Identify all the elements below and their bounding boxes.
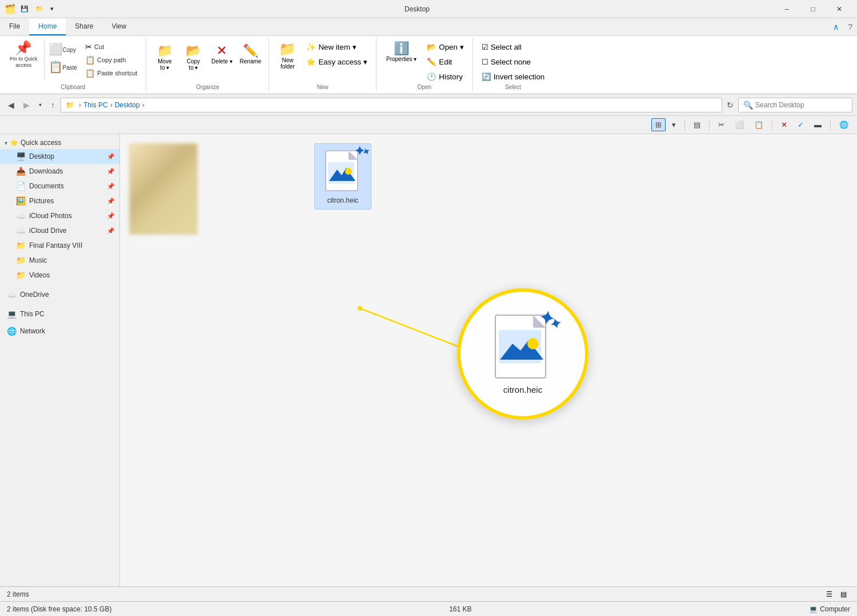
sidebar-item-final-fantasy[interactable]: 📁 Final Fantasy VIII — [0, 238, 119, 253]
sidebar-item-network[interactable]: 🌐 Network — [0, 324, 119, 339]
ribbon-collapse-btn[interactable]: ∧ — [828, 18, 843, 35]
tab-share[interactable]: Share — [66, 18, 102, 35]
select-all-label: Select all — [491, 43, 522, 51]
toolbar-globe-btn[interactable]: 🌐 — [835, 118, 852, 131]
recent-btn[interactable]: ▾ — [35, 99, 45, 110]
sidebar-item-downloads[interactable]: 📥 Downloads 📌 — [0, 164, 119, 179]
back-button[interactable]: ◀ — [5, 98, 18, 112]
organize-col3: ✕ Delete ▾ — [208, 38, 235, 67]
invert-selection-button[interactable]: 🔄 Invert selection — [478, 70, 549, 83]
paste-shortcut-button[interactable]: 📋 Paste shortcut — [81, 67, 141, 79]
paste-button[interactable]: 📋 Paste — [46, 58, 81, 75]
item-count: 2 items — [7, 590, 29, 598]
properties-button[interactable]: ℹ️ Properties ▾ — [381, 38, 422, 65]
address-path[interactable]: 📁 › This PC › Desktop › — [61, 98, 722, 112]
toolbar-delete-btn[interactable]: ✕ — [777, 118, 791, 131]
move-label: Moveto ▾ — [158, 58, 171, 71]
path-thispc[interactable]: This PC — [83, 101, 108, 109]
quick-save-btn[interactable]: 💾 — [18, 4, 31, 14]
new-item-button[interactable]: ✨ New item ▾ — [302, 41, 371, 53]
view-large-icons-btn[interactable]: ⊞ — [651, 118, 666, 131]
properties-label: Properties ▾ — [386, 56, 417, 62]
open-col: 📂 Open ▾ ✏️ Edit 🕐 History — [423, 38, 467, 83]
sidebar-item-videos[interactable]: 📁 Videos — [0, 268, 119, 283]
quick-folder-btn[interactable]: 📁 — [33, 4, 46, 14]
sidebar-item-documents[interactable]: 📄 Documents 📌 — [0, 179, 119, 194]
history-button[interactable]: 🕐 History — [423, 70, 467, 83]
sidebar-item-icloud-drive[interactable]: ☁️ iCloud Drive 📌 — [0, 223, 119, 238]
close-button[interactable]: ✕ — [826, 0, 852, 18]
quick-save-bar: 💾 📁 ▾ — [18, 4, 56, 14]
file-item-citron[interactable]: ✦ ✦ citron.heic — [314, 143, 371, 210]
quick-dropdown-btn[interactable]: ▾ — [48, 4, 56, 14]
tab-home[interactable]: Home — [29, 18, 66, 35]
view-dropdown-btn[interactable]: ▾ — [668, 118, 680, 131]
sidebar-item-pictures[interactable]: 🖼️ Pictures 📌 — [0, 194, 119, 208]
pin-to-quick-access-button[interactable]: 📌 Pin to Quickaccess — [5, 38, 43, 71]
toolbar-cut-btn[interactable]: ✂ — [714, 118, 728, 131]
refresh-button[interactable]: ↻ — [724, 98, 736, 112]
edit-button[interactable]: ✏️ Edit — [423, 55, 467, 68]
organize-label: Organize — [196, 83, 219, 91]
network-icon: 🌐 — [7, 327, 17, 336]
icloud-photos-pin-icon: 📌 — [107, 212, 115, 220]
move-to-button[interactable]: 📁 Moveto ▾ — [151, 41, 178, 74]
detail-view-btn[interactable]: ▤ — [837, 589, 850, 600]
organize-col1: 📁 Moveto ▾ — [151, 38, 178, 74]
easy-access-icon: ⭐ — [306, 58, 316, 66]
cut-icon: ✂ — [85, 42, 92, 51]
open-button[interactable]: 📂 Open ▾ — [423, 41, 467, 53]
select-none-button[interactable]: ☐ Select none — [478, 55, 549, 68]
tab-view[interactable]: View — [102, 18, 135, 35]
file-area[interactable]: ✦ ✦ citron.heic — [120, 134, 857, 586]
organize-col2: 📂 Copyto ▾ — [179, 38, 207, 74]
sidebar-item-desktop[interactable]: 🖥️ Desktop 📌 — [0, 149, 119, 164]
new-folder-icon: 📁 — [279, 41, 296, 57]
sidebar-item-thispc[interactable]: 💻 This PC — [0, 307, 119, 321]
select-all-button[interactable]: ☑ Select all — [478, 41, 549, 53]
forward-button[interactable]: ▶ — [20, 98, 33, 112]
toolbar-paste-btn[interactable]: 📋 — [750, 118, 767, 131]
list-view-btn[interactable]: ☰ — [823, 589, 836, 600]
open-icon: 📂 — [427, 43, 436, 51]
copy-path-button[interactable]: 📋 Copy path — [81, 54, 141, 66]
tab-file[interactable]: File — [0, 18, 29, 35]
sidebar-item-icloud-photos[interactable]: ☁️ iCloud Photos 📌 — [0, 208, 119, 223]
search-box[interactable]: 🔍 — [738, 98, 852, 112]
quick-access-header[interactable]: ▾ ⭐ Quick access — [0, 136, 119, 149]
desktop-icon: 🖥️ — [16, 152, 26, 161]
sidebar-item-onedrive[interactable]: ☁️ OneDrive — [0, 287, 119, 302]
copy-to-button[interactable]: 📂 Copyto ▾ — [179, 41, 207, 74]
select-all-icon: ☑ — [482, 43, 488, 51]
sidebar-item-music[interactable]: 📁 Music — [0, 253, 119, 268]
maximize-button[interactable]: □ — [800, 0, 826, 18]
computer-icon: 💻 — [809, 605, 818, 613]
videos-icon: 📁 — [16, 271, 26, 280]
ribbon-group-organize: 📁 Moveto ▾ 📂 Copyto ▾ ✕ Delete ▾ — [146, 38, 269, 91]
app-icon: 🗂️ — [5, 3, 16, 14]
toolbar-check-btn[interactable]: ✓ — [794, 118, 808, 131]
search-input[interactable] — [755, 101, 847, 109]
computer-section: 💻 Computer — [809, 605, 850, 613]
toolbar-rename-btn[interactable]: ▬ — [810, 118, 826, 131]
window-controls: – □ ✕ — [774, 0, 852, 18]
toolbar-copy-btn[interactable]: ⬜ — [731, 118, 748, 131]
easy-access-button[interactable]: ⭐ Easy access ▾ — [302, 55, 371, 68]
final-fantasy-icon: 📁 — [16, 241, 26, 250]
documents-pin-icon: 📌 — [107, 183, 115, 190]
help-button[interactable]: ? — [843, 18, 857, 35]
minimize-button[interactable]: – — [774, 0, 800, 18]
up-button[interactable]: ↑ — [47, 98, 58, 112]
copy-button[interactable]: ⬜ Copy — [46, 41, 81, 58]
cut-button[interactable]: ✂ Cut — [81, 41, 141, 53]
ribbon: File Home Share View ∧ ? 📌 Pin to Quicka… — [0, 18, 857, 94]
rename-button[interactable]: ✏️ Rename — [237, 41, 264, 67]
delete-button[interactable]: ✕ Delete ▾ — [208, 41, 235, 67]
preview-pane-btn[interactable]: ▤ — [690, 118, 704, 131]
ribbon-group-new: 📁 Newfolder ✨ New item ▾ ⭐ Easy access ▾… — [269, 38, 377, 91]
pictures-pin-icon: 📌 — [107, 198, 115, 205]
sidebar-spacer-1 — [0, 283, 119, 287]
svg-line-5 — [360, 308, 463, 348]
new-folder-button[interactable]: 📁 Newfolder — [274, 38, 301, 73]
path-desktop[interactable]: Desktop — [115, 101, 140, 109]
